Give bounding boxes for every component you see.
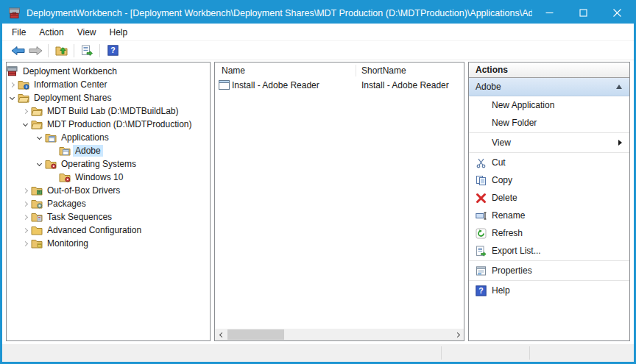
tree-item-information-center[interactable]: i Information Center [7, 78, 210, 91]
forward-icon[interactable] [26, 43, 44, 59]
tree-item-label: Task Sequences [45, 211, 114, 223]
tree-item-packages[interactable]: Packages [7, 197, 210, 210]
folder-icon [31, 119, 45, 129]
list-row-install-adobe-reader[interactable]: Install - Adobe Reader Install - Adobe R… [215, 79, 464, 93]
chevron-down-icon[interactable] [34, 163, 45, 165]
folder-os-icon [45, 159, 59, 169]
action-export-list[interactable]: Export List... [469, 242, 629, 260]
column-header-name[interactable]: Name [222, 65, 245, 76]
menu-file[interactable]: File [5, 24, 32, 40]
folder-drivers-icon [31, 185, 45, 196]
menu-help[interactable]: Help [103, 24, 135, 40]
chevron-right-icon[interactable] [20, 229, 31, 232]
actions-separator [469, 280, 629, 281]
action-cut[interactable]: Cut [469, 154, 629, 171]
action-label: Refresh [492, 228, 523, 238]
actions-pane-title: Actions [469, 63, 629, 78]
scroll-right-icon[interactable] [452, 329, 464, 340]
maximize-icon[interactable] [566, 2, 600, 24]
submenu-arrow-icon [618, 140, 622, 146]
properties-icon [476, 265, 492, 276]
chevron-right-icon[interactable] [20, 202, 31, 206]
export-list-icon[interactable] [78, 43, 96, 59]
close-icon[interactable] [600, 2, 634, 24]
back-icon[interactable] [9, 43, 26, 59]
chevron-right-icon[interactable] [20, 189, 31, 193]
collapse-up-icon[interactable] [616, 85, 622, 89]
action-label: Help [492, 285, 510, 296]
tree-item-adobe[interactable]: Adobe [7, 144, 210, 157]
menu-action[interactable]: Action [32, 24, 70, 40]
action-label: New Application [492, 100, 554, 110]
tree-item-task-sequences[interactable]: Task Sequences [7, 210, 210, 224]
horizontal-scrollbar[interactable] [215, 329, 464, 340]
action-new-folder[interactable]: New Folder [469, 114, 629, 132]
tree-item-label: Advanced Configuration [45, 224, 144, 236]
actions-group-label: Adobe [476, 82, 501, 92]
tree-item-label: Applications [59, 132, 111, 143]
action-copy[interactable]: Copy [469, 171, 629, 189]
chevron-right-icon[interactable] [7, 83, 18, 87]
chevron-right-icon[interactable] [20, 110, 31, 113]
actions-group-header-adobe[interactable]: Adobe [469, 78, 629, 96]
window-controls [532, 2, 634, 24]
tree-item-label: Packages [45, 198, 88, 210]
menu-view[interactable]: View [71, 24, 103, 40]
scrollbar-thumb[interactable] [227, 329, 284, 340]
refresh-icon [476, 228, 492, 239]
chevron-down-icon[interactable] [34, 137, 45, 139]
tree-item-deployment-shares[interactable]: Deployment Shares [7, 91, 210, 104]
tree-item-label: Monitoring [45, 238, 91, 249]
up-one-level-icon[interactable] [52, 43, 70, 59]
action-delete[interactable]: Delete [469, 189, 629, 207]
chevron-right-icon[interactable] [20, 242, 31, 246]
action-properties[interactable]: Properties [469, 262, 629, 279]
actions-separator [469, 152, 629, 153]
action-label: Cut [492, 157, 506, 168]
minimize-icon[interactable] [532, 2, 566, 24]
folder-info-icon: i [18, 79, 32, 90]
actions-pane: Actions Adobe New Application New Folder… [468, 62, 630, 341]
svg-text:?: ? [110, 46, 115, 54]
status-bar [2, 344, 634, 362]
folder-packages-icon [31, 199, 45, 209]
title-bar: DeploymentWorkbench - [Deployment Workbe… [2, 2, 634, 24]
tree-item-mdt-production[interactable]: MDT Production (D:\MDTProduction) [7, 118, 210, 131]
action-label: Delete [492, 193, 517, 203]
tree-item-mdt-build-lab[interactable]: MDT Build Lab (D:\MDTBuildLab) [7, 104, 210, 118]
app-workbench-icon [8, 7, 21, 19]
action-refresh[interactable]: Refresh [469, 224, 629, 242]
svg-text:?: ? [478, 286, 483, 295]
action-view[interactable]: View [469, 134, 629, 151]
tree-item-applications[interactable]: Applications [7, 131, 210, 144]
tree-item-label: Information Center [32, 79, 109, 90]
delete-icon [476, 193, 492, 204]
chevron-down-icon[interactable] [7, 97, 18, 99]
chevron-down-icon[interactable] [20, 124, 31, 126]
action-rename[interactable]: Rename [469, 207, 629, 224]
action-label: New Folder [492, 118, 537, 128]
scroll-left-icon[interactable] [215, 329, 227, 340]
tree-item-monitoring[interactable]: Monitoring [7, 237, 210, 250]
folder-tasks-icon [31, 212, 45, 222]
tree-item-advanced-configuration[interactable]: Advanced Configuration [7, 224, 210, 237]
tree-pane: Deployment Workbench i Information Cente… [6, 62, 211, 341]
copy-icon [476, 175, 492, 186]
help-icon[interactable]: ? [104, 43, 121, 59]
column-header-shortname[interactable]: ShortName [361, 65, 406, 76]
tree-item-windows-10[interactable]: Windows 10 [7, 171, 210, 184]
toolbar: ? [2, 40, 634, 60]
tree-item-label: MDT Build Lab (D:\MDTBuildLab) [45, 105, 181, 117]
tree-item-out-of-box-drivers[interactable]: Out-of-Box Drivers [7, 184, 210, 197]
action-new-application[interactable]: New Application [469, 96, 629, 114]
window-title: DeploymentWorkbench - [Deployment Workbe… [26, 8, 532, 18]
tree-item-label: Operating Systems [59, 158, 138, 170]
status-bar-divider [529, 346, 530, 360]
action-help[interactable]: ? Help [469, 282, 629, 299]
tree-item-operating-systems[interactable]: Operating Systems [7, 157, 210, 171]
menu-bar: File Action View Help [2, 24, 634, 40]
column-divider[interactable] [356, 65, 356, 76]
workbench-icon [7, 66, 21, 76]
tree-item-deployment-workbench[interactable]: Deployment Workbench [7, 65, 210, 78]
chevron-right-icon[interactable] [20, 215, 31, 219]
